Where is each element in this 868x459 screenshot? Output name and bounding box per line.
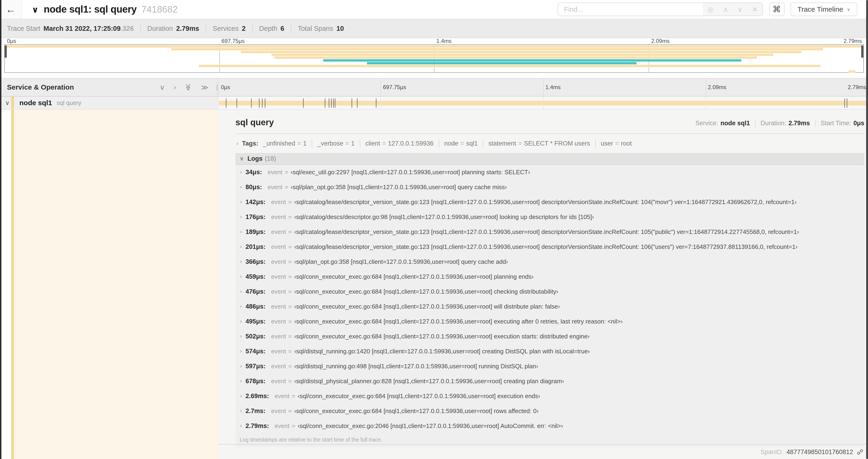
span-row-name-cell[interactable]: ∨ node sql1 sql query [0, 97, 218, 109]
log-event-marker[interactable] [237, 98, 237, 108]
tag-key: user [601, 140, 613, 147]
chevron-right-icon[interactable]: › [240, 289, 242, 295]
match-only-icon[interactable]: ◎ [708, 5, 714, 13]
chevron-right-icon[interactable]: › [240, 363, 242, 369]
back-button[interactable]: ← [0, 0, 22, 19]
log-row[interactable]: ›2.79ms:event=‹sql/conn_executor_exec.go… [236, 418, 864, 433]
prev-result-icon[interactable]: ∧ [723, 5, 728, 13]
chevron-right-icon[interactable]: › [240, 423, 242, 429]
minimap-drag-handle-left[interactable] [5, 45, 7, 58]
chevron-right-icon[interactable]: › [240, 169, 242, 175]
log-event-marker[interactable] [352, 98, 352, 108]
log-event-marker[interactable] [844, 98, 845, 108]
log-event-marker[interactable] [376, 98, 376, 108]
minimap-span-bar [274, 57, 757, 59]
log-row[interactable]: ›678μs:event=‹sql/distsql_physical_plann… [236, 374, 864, 389]
log-row[interactable]: ›2.7ms:event=‹sql/conn_executor_exec.go:… [236, 403, 864, 418]
trace-collapse-icon[interactable]: ∨ [32, 5, 38, 15]
log-field-value: ‹sql/catalog/lease/descriptor_version_st… [294, 198, 797, 206]
log-row[interactable]: ›502μs:event=‹sql/conn_executor_exec.go:… [236, 329, 864, 344]
log-row[interactable]: ›476μs:event=‹sql/conn_executor_exec.go:… [236, 284, 864, 299]
log-field-value: ‹sql/conn_executor_exec.go:684 [nsql1,cl… [294, 333, 590, 340]
log-field-value: ‹sql/conn_executor_exec.go:2046 [nsql1,c… [298, 422, 563, 430]
collapse-one-icon[interactable]: ∨ [160, 83, 165, 91]
minimap-tick-label: 0μs [7, 38, 16, 44]
detail-bottom-border [218, 444, 868, 445]
log-event-marker[interactable] [303, 98, 304, 108]
chevron-right-icon[interactable]: › [240, 408, 242, 414]
log-equals: = [288, 273, 292, 280]
minimap-span-bar [241, 51, 802, 53]
minimap-drag-handle-right[interactable] [861, 45, 863, 58]
log-field-value: ‹sql/catalog/lease/descriptor_version_st… [294, 243, 798, 251]
log-event-marker[interactable] [262, 98, 262, 108]
tags-list: _unfinished=1_verbose=1client=127.0.0.1:… [263, 139, 632, 147]
tag-equals: = [295, 140, 303, 147]
log-event-marker[interactable] [259, 98, 259, 108]
keyboard-shortcuts-button[interactable]: ⌘ [769, 3, 784, 16]
expand-all-icon[interactable]: ≫ [201, 83, 208, 91]
log-row[interactable]: ›366μs:event=‹sql/plan_opt.go:358 [nsql1… [236, 254, 864, 269]
span-row[interactable]: ∨ node sql1 sql query [0, 97, 868, 110]
minimap-canvas[interactable] [4, 44, 864, 73]
next-result-icon[interactable]: ∨ [738, 5, 743, 13]
link-icon[interactable] [856, 448, 864, 456]
logs-header[interactable]: ∨ Logs (18) [236, 153, 864, 165]
log-event-marker[interactable] [335, 98, 335, 108]
ruler-tick-label: 2.79ms [848, 84, 866, 91]
chevron-right-icon[interactable]: › [240, 333, 242, 339]
log-event-marker[interactable] [325, 98, 325, 108]
vertical-scrollbar[interactable] [866, 0, 868, 459]
log-row[interactable]: ›80μs:event=‹sql/plan_opt.go:358 [nsql1,… [236, 179, 864, 195]
chevron-right-icon[interactable]: › [240, 259, 242, 265]
expand-one-icon[interactable]: › [174, 83, 176, 91]
log-row[interactable]: ›176μs:event=‹sql/catalog/descs/descript… [236, 209, 864, 224]
timeline-ruler: 0μs697.75μs1.4ms2.09ms2.79ms [218, 78, 868, 96]
log-event-marker[interactable] [265, 98, 265, 108]
chevron-right-icon[interactable]: › [240, 378, 242, 384]
log-row[interactable]: ›459μs:event=‹sql/conn_executor_exec.go:… [236, 269, 864, 284]
tags-row[interactable]: › Tags: _unfinished=1_verbose=1client=12… [236, 134, 864, 150]
chevron-right-icon[interactable]: › [240, 199, 242, 205]
chevron-right-icon[interactable]: › [240, 348, 242, 354]
log-equals: = [288, 318, 292, 325]
log-timestamp: 34μs: [245, 169, 262, 176]
view-selector-button[interactable]: Trace Timeline ∨ [790, 3, 857, 16]
span-expander-icon[interactable]: ∨ [5, 99, 9, 107]
log-row[interactable]: ›495μs:event=‹sql/conn_executor_exec.go:… [236, 314, 864, 329]
find-buttons: ◎ ∧ ∨ ✕ [703, 3, 762, 15]
log-row[interactable]: ›201μs:event=‹sql/catalog/lease/descript… [236, 239, 864, 254]
log-row[interactable]: ›574μs:event=‹sql/distsql_running.go:142… [236, 344, 864, 359]
log-row[interactable]: ›486μs:event=‹sql/conn_executor_exec.go:… [236, 299, 864, 314]
chevron-right-icon[interactable]: › [240, 214, 242, 220]
chevron-right-icon[interactable]: › [240, 244, 242, 250]
log-event-marker[interactable] [251, 98, 251, 108]
chevron-right-icon[interactable]: › [240, 184, 242, 190]
chevron-right-icon[interactable]: › [240, 393, 242, 399]
chevron-right-icon[interactable]: › [240, 273, 242, 280]
ruler-tick-label: 697.75μs [383, 84, 406, 91]
log-row[interactable]: ›597μs:event=‹sql/distsql_running.go:498… [236, 359, 864, 374]
collapse-all-icon[interactable]: ≫ [184, 84, 192, 91]
log-row[interactable]: ›34μs:event=‹sql/exec_util.go:2297 [nsql… [236, 165, 864, 179]
log-event-marker[interactable] [357, 98, 358, 108]
span-row-timeline-cell[interactable] [218, 97, 868, 109]
find-input[interactable] [558, 3, 703, 15]
chevron-down-icon: ∨ [240, 155, 244, 162]
log-event-marker[interactable] [331, 98, 332, 108]
log-event-marker[interactable] [847, 98, 847, 108]
chevron-right-icon[interactable]: › [240, 303, 242, 309]
chevron-right-icon[interactable]: › [240, 229, 242, 235]
log-event-marker[interactable] [329, 98, 329, 108]
chevron-right-icon[interactable]: › [240, 318, 242, 324]
column-resize-handle[interactable]: ∥ [216, 84, 219, 91]
log-row[interactable]: ›189μs:event=‹sql/catalog/lease/descript… [236, 224, 864, 239]
log-field-key: event [271, 198, 286, 206]
log-event-marker[interactable] [226, 98, 226, 108]
clear-search-icon[interactable]: ✕ [752, 5, 758, 13]
log-row[interactable]: ›2.69ms:event=‹sql/conn_executor_exec.go… [236, 389, 864, 403]
span-duration-bar[interactable] [219, 101, 867, 105]
log-row[interactable]: ›142μs:event=‹sql/catalog/lease/descript… [236, 195, 864, 209]
log-event-marker[interactable] [333, 98, 334, 108]
summary-value-fraction: .326 [121, 25, 134, 32]
